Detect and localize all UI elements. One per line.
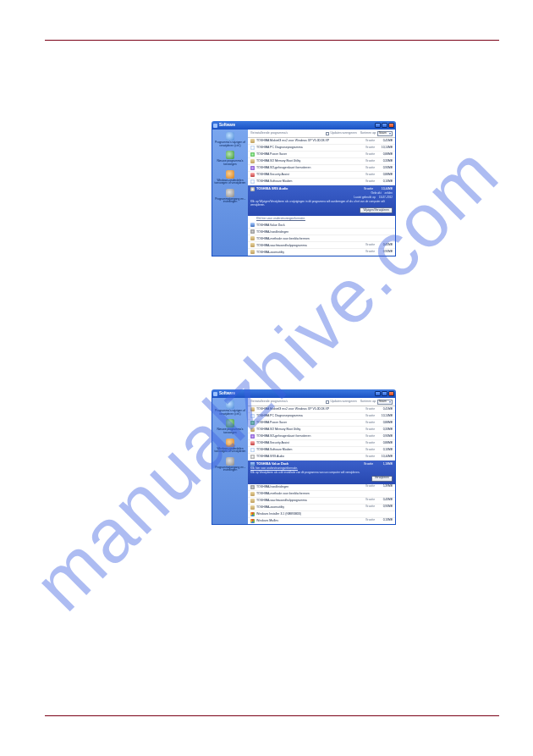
sidebar-item-label: Windows-onderdelen toevoegen of verwijde… <box>215 179 246 185</box>
size-value: 0,10MB <box>379 449 393 452</box>
program-row[interactable]: TOSHIBA-handleidingenGrootte5,39MB <box>248 484 395 491</box>
program-row[interactable]: TOSHIBA Security AssistGrootte0,88MB <box>248 172 395 179</box>
program-icon <box>250 223 255 227</box>
program-name: TOSHIBA-methode voor beeldschermen <box>256 492 393 495</box>
program-icon <box>250 505 255 510</box>
size-value: 0,40MB <box>379 499 393 502</box>
program-row[interactable]: TOSHIBA Security AssistGrootte0,88MB <box>248 440 395 447</box>
program-name: TOSHIBA-handleidingen <box>256 485 365 488</box>
selected-program[interactable]: TOSHIBA SRS AudioGrootte10,44MBGebruiktz… <box>248 185 395 216</box>
program-name: TOSHIBA SRS Audio <box>256 455 365 458</box>
size-label: Grootte <box>364 188 377 191</box>
program-row[interactable]: TOSHIBA Software ModemGrootte0,10MB <box>248 179 395 185</box>
program-row[interactable]: TOSHIBA-methode voor beeldschermen <box>248 491 395 498</box>
titlebar[interactable]: Software <box>212 389 396 398</box>
sidebar-item-change-remove[interactable]: Programma's wijzigen of verwijderen (ctr… <box>214 400 246 416</box>
program-row[interactable]: TOSHIBA SD-geheugenkaart formatterenGroo… <box>248 433 395 440</box>
sidebar-item-program-access[interactable]: Programmatoegang en -instellingen <box>214 189 246 204</box>
program-row[interactable]: TOSHIBA-wachtwoordhulpprogrammaGrootte0,… <box>248 498 395 505</box>
program-row[interactable]: TOSHIBA SD Memory Boot UtilityGrootte0,3… <box>248 158 395 165</box>
sort-dropdown[interactable]: Naam <box>377 400 393 405</box>
size-value: 0,33MB <box>379 428 393 432</box>
components-icon <box>226 170 234 179</box>
program-row[interactable]: TOSHIBA-wachtwoordhulpprogrammaGrootte0,… <box>248 242 395 249</box>
list-header: Geïnstalleerde programma's Updates weerg… <box>248 130 395 138</box>
show-updates-checkbox[interactable] <box>326 132 329 135</box>
program-name: TOSHIBA SRS Audio <box>256 187 364 191</box>
program-row[interactable]: TOSHIBA Power SaverGrootte0,88MB <box>248 420 395 427</box>
change-remove-button[interactable]: Wijzigen/Verwijderen <box>360 207 393 213</box>
program-name: TOSHIBA SD Memory Boot Utility <box>256 159 365 163</box>
program-icon <box>250 243 255 247</box>
program-name: TOSHIBA-zoomutility <box>256 505 365 509</box>
program-row[interactable]: TOSHIBA Mobietl3 mx2 voor Windows XP V5.… <box>248 138 395 145</box>
program-row[interactable]: TOSHIBA SD Memory Boot UtilityGrootte0,3… <box>248 427 395 433</box>
size-label: Grootte <box>365 442 379 445</box>
program-name: TOSHIBA PC Diagnoseprogramma <box>256 146 365 149</box>
program-icon <box>250 485 255 489</box>
sidebar-item-add-new[interactable]: Nieuwe programma's toevoegen <box>214 151 246 166</box>
program-row[interactable]: TOSHIBA PC DiagnoseprogrammaGrootte10,24… <box>248 413 395 420</box>
size-label: Grootte <box>364 463 377 466</box>
program-row[interactable]: TOSHIBA-zoomutilityGrootte0,90MB <box>248 249 395 256</box>
program-row[interactable]: Windows MaillesGrootte0,10MB <box>248 518 395 524</box>
size-value: 0,90MB <box>379 167 393 170</box>
program-row[interactable]: TOSHIBA SD-geheugenkaart formatterenGroo… <box>248 165 395 172</box>
sort-dropdown[interactable]: Naam <box>377 131 393 136</box>
close-button[interactable] <box>388 391 394 396</box>
size-label: Grootte <box>365 167 379 170</box>
sidebar-item-label: Programma's wijzigen of verwijderen (ctr… <box>215 141 245 147</box>
program-icon <box>250 448 255 452</box>
program-icon <box>250 187 255 191</box>
window-title: Software <box>219 391 374 395</box>
sidebar-item-change-remove[interactable]: Programma's wijzigen of verwijderen (ctr… <box>214 132 246 147</box>
program-row[interactable]: TOSHIBA Software ModemGrootte0,10MB <box>248 447 395 454</box>
program-row[interactable]: TOSHIBA SRS AudioGrootte10,44MB <box>248 454 395 461</box>
program-name: TOSHIBA Mobietl3 mx2 voor Windows XP V5.… <box>256 139 365 142</box>
sidebar-item-label: Programma's wijzigen of verwijderen (ctr… <box>215 409 245 416</box>
program-icon <box>250 173 255 177</box>
program-list[interactable]: TOSHIBA Mobietl3 mx2 voor Windows XP V5.… <box>248 138 395 256</box>
titlebar[interactable]: Software <box>212 121 396 130</box>
sort-label: Sorteren op: <box>360 400 376 403</box>
size-label: Grootte <box>365 422 379 425</box>
minimize-button[interactable] <box>375 391 381 396</box>
program-row[interactable]: TOSHIBA-methode voor beeldschermen <box>248 235 395 242</box>
components-icon <box>226 439 234 447</box>
sidebar: Programma's wijzigen of verwijderen (ctr… <box>212 398 248 524</box>
sidebar-item-windows-components[interactable]: Windows-onderdelen toevoegen of verwijde… <box>214 439 246 454</box>
sidebar-item-windows-components[interactable]: Windows-onderdelen toevoegen of verwijde… <box>214 170 246 185</box>
page-bottom-rule <box>45 715 499 716</box>
program-name: TOSHIBA Software Modem <box>256 179 365 183</box>
program-row[interactable]: TOSHIBA Power SaverGrootte0,88MB <box>248 152 395 158</box>
support-link[interactable]: Klik hier voor ondersteuningsinformatie. <box>256 218 305 221</box>
size-value: 0,88MB <box>379 422 393 425</box>
program-row[interactable]: TOSHIBA Value Dock <box>248 222 395 229</box>
remove-button[interactable]: Verwijderen <box>371 476 393 482</box>
selected-program[interactable]: TOSHIBA Value DockGrootte1,18MBKlik hier… <box>248 461 395 484</box>
show-updates-label: Updates weergeven <box>331 131 357 135</box>
sidebar-item-program-access[interactable]: Programmatoegang en -instellingen <box>214 457 246 472</box>
program-name: Windows Mailles <box>256 519 365 522</box>
size-label: Grootte <box>365 174 379 177</box>
program-row[interactable]: TOSHIBA-handleidingen <box>248 229 395 235</box>
program-list[interactable]: TOSHIBA Mobietl3 mx2 voor Windows XP V5.… <box>248 406 395 524</box>
program-name: TOSHIBA Power Saver <box>256 421 365 424</box>
size-label: Grootte <box>365 244 379 247</box>
program-name: TOSHIBA-methode voor beeldschermen <box>256 237 393 240</box>
program-row[interactable]: TOSHIBA-zoomutilityGrootte0,90MB <box>248 505 395 511</box>
maximize-button[interactable] <box>382 123 387 128</box>
close-button[interactable] <box>388 123 394 128</box>
program-name: TOSHIBA-wachtwoordhulpprogramma <box>256 244 365 247</box>
program-name: TOSHIBA-zoomutility <box>256 251 365 254</box>
show-updates-checkbox[interactable] <box>326 400 329 404</box>
sidebar-item-label: Nieuwe programma's toevoegen <box>217 428 243 434</box>
program-row[interactable]: TOSHIBA Mobietl3 mx2 voor Windows XP V5.… <box>248 406 395 413</box>
sidebar-item-add-new[interactable]: Nieuwe programma's toevoegen <box>214 419 246 434</box>
size-label: Grootte <box>365 505 379 509</box>
program-row[interactable]: TOSHIBA PC DiagnoseprogrammaGrootte10,24… <box>248 145 395 152</box>
maximize-button[interactable] <box>382 391 387 396</box>
program-row[interactable]: Windows Installer 3.1 (KB893803) <box>248 511 395 518</box>
program-name: TOSHIBA PC Diagnoseprogramma <box>256 414 365 417</box>
minimize-button[interactable] <box>375 123 381 128</box>
